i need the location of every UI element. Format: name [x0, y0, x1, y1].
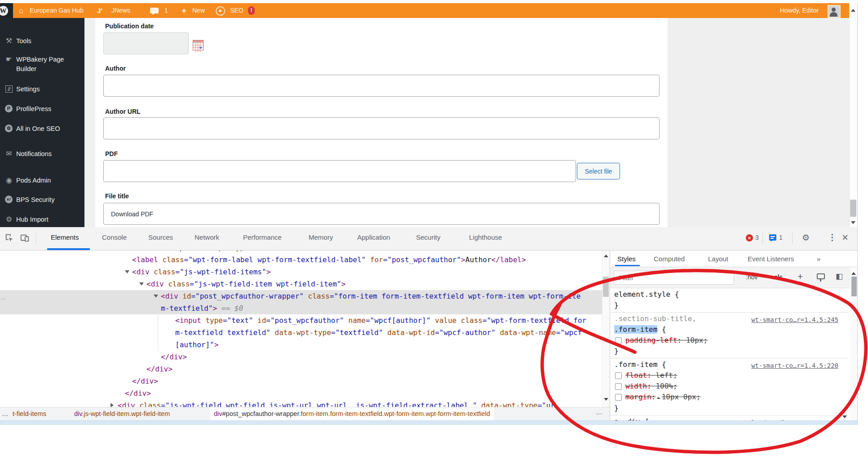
styles-tab-computed[interactable]: Computed [654, 255, 685, 263]
breadcrumb-overflow[interactable]: ⋯ [596, 407, 603, 420]
devtools-tab-lighthouse[interactable]: Lighthouse [469, 233, 502, 241]
stylesheet-source-link[interactable]: wt-smart-co…r=1.4.5:220 [751, 360, 838, 371]
errors-icon[interactable]: × [746, 234, 753, 241]
styles-scrollbar-thumb[interactable] [851, 277, 857, 296]
property-checkbox[interactable] [615, 372, 622, 379]
calendar-icon[interactable] [193, 40, 204, 50]
dom-node[interactable]: [author]"> [0, 339, 602, 351]
dom-node[interactable]: <label class="wpt-form-label wpt-form-te… [0, 254, 602, 266]
scroll-down-icon[interactable] [842, 416, 847, 420]
dom-tree[interactable]: "p" data-wpt-type="textfield"><label cla… [0, 250, 602, 407]
paint-roller-icon[interactable] [817, 273, 825, 279]
scroll-down-icon[interactable] [851, 221, 855, 226]
inspect-element-icon[interactable] [4, 233, 14, 243]
expand-arrow-down-icon[interactable] [125, 270, 129, 276]
shorthand-expand-icon[interactable]: ▸ [655, 394, 661, 401]
dom-node[interactable]: <div class="js-wpt-field-item wpt-field-… [0, 278, 602, 290]
dom-node[interactable]: <div class="js-wpt-field wpt-field js-wp… [0, 399, 602, 407]
sidebar-item-all-in-one-seo[interactable]: ⚙All in One SEO [0, 124, 84, 134]
sidebar-item-hub-import[interactable]: ⚙Hub Import [0, 215, 84, 224]
styles-tab-styles[interactable]: Styles [617, 255, 636, 263]
new-style-rule-button[interactable]: + [797, 271, 803, 282]
property-checkbox[interactable] [615, 383, 622, 390]
dom-node[interactable]: </div> [0, 351, 602, 363]
dom-node[interactable]: </div> [0, 387, 602, 399]
sidebar-item-profilepress[interactable]: PProfilePress [0, 104, 84, 114]
adminbar-howdy[interactable]: Howdy, Editor [780, 3, 819, 18]
devtools-tab-application[interactable]: Application [357, 233, 390, 241]
dom-node[interactable]: <div class="js-wpt-field-items"> [0, 266, 602, 278]
expand-arrow-down-icon[interactable] [139, 282, 144, 288]
more-options-icon[interactable]: ⋮ [828, 232, 837, 242]
breadcrumb-overflow[interactable]: … [2, 407, 9, 420]
styles-filter-input[interactable] [614, 271, 734, 285]
styles-tab-event-listeners[interactable]: Event Listeners [748, 255, 794, 263]
sidebar-item-bps-security[interactable]: ATBPS Security [0, 195, 84, 205]
issues-icon[interactable] [769, 234, 776, 241]
issues-count[interactable]: 1 [779, 234, 783, 241]
adminbar-jnews[interactable]: JNews [111, 3, 130, 18]
css-rule[interactable]: .section-sub-title,.form-item {padding-l… [610, 313, 848, 358]
dom-node[interactable]: "p" data-wpt-type="textfield"> [0, 250, 602, 254]
elements-scrollbar[interactable] [602, 250, 610, 407]
elements-scrollbar-thumb[interactable] [603, 277, 609, 297]
avatar[interactable] [828, 5, 841, 18]
wp-logo-button[interactable]: W [0, 3, 13, 18]
comments-bubble-icon[interactable] [150, 8, 159, 13]
dom-node[interactable]: m-textfield textfield" data-wpt-type="te… [0, 326, 602, 339]
sidebar-item-settings[interactable]: ⇵Settings [0, 85, 84, 94]
devtools-tab-performance[interactable]: Performance [243, 233, 282, 241]
breadcrumb-item[interactable]: div.js-wpt-field-item.wpt-field-item [74, 407, 170, 420]
devtools-tab-memory[interactable]: Memory [309, 233, 333, 241]
devtools-tab-sources[interactable]: Sources [148, 233, 173, 241]
publication-date-input[interactable] [103, 32, 189, 54]
sidebar-item-tools[interactable]: ⚒Tools [0, 36, 84, 46]
sidebar-item-notifications[interactable]: ✉Notifications [0, 149, 84, 159]
dom-node[interactable]: </div> [0, 363, 602, 375]
adminbar-seo[interactable]: SEO [230, 3, 244, 18]
adminbar-comments-count[interactable]: 1 [164, 3, 168, 18]
devtools-tab-network[interactable]: Network [195, 233, 219, 241]
styles-tab-»[interactable]: » [817, 255, 820, 263]
page-scrollbar-thumb[interactable] [850, 200, 856, 217]
css-rules-list[interactable]: element.style {}.section-sub-title,.form… [610, 288, 848, 422]
scroll-down-icon[interactable] [604, 398, 608, 403]
styles-tab-layout[interactable]: Layout [708, 255, 728, 263]
breadcrumb-item-selected[interactable]: div#post_wpcfauthor-wrapper.form-item.fo… [210, 407, 494, 420]
dom-node[interactable]: <input type="text" id="post_wpcfauthor" … [0, 314, 602, 326]
css-rule[interactable]: element.style {} [610, 288, 848, 313]
adminbar-site-name[interactable]: European Gas Hub [30, 3, 84, 18]
scroll-up-icon[interactable] [604, 252, 608, 257]
devtools-tab-console[interactable]: Console [102, 233, 127, 241]
dom-node[interactable]: </div> [0, 375, 602, 387]
author-input[interactable] [103, 75, 660, 97]
toggle-hover-button[interactable]: :hov [746, 273, 757, 281]
errors-count[interactable]: 3 [755, 234, 759, 241]
dom-node-selected[interactable]: <div id="post_wpcfauthor-wrapper" class=… [0, 290, 602, 302]
stylesheet-source-link[interactable]: wt-smart-co…r=1.4.5:245 [751, 314, 838, 325]
device-toolbar-icon[interactable] [20, 233, 30, 243]
select-file-button[interactable]: Select file [577, 163, 620, 179]
property-checkbox[interactable] [615, 394, 622, 401]
toggle-class-button[interactable]: .cls [772, 273, 783, 281]
page-scrollbar[interactable] [849, 3, 858, 227]
dock-side-icon[interactable]: ◧ [836, 272, 843, 281]
expand-arrow-right-icon[interactable] [111, 403, 116, 407]
author-url-input[interactable] [103, 117, 660, 139]
breadcrumb-item[interactable]: t-field-items [13, 407, 46, 420]
expand-arrow-down-icon[interactable] [154, 295, 158, 300]
scroll-up-icon[interactable] [851, 270, 856, 275]
file-title-input[interactable] [103, 203, 660, 225]
pdf-input[interactable] [103, 160, 576, 182]
devtools-tab-elements[interactable]: Elements [51, 233, 79, 241]
property-checkbox[interactable] [615, 337, 622, 344]
sidebar-item-pods-admin[interactable]: ◉Pods Admin [0, 176, 84, 185]
close-icon[interactable]: × [842, 231, 848, 244]
dom-node-selected[interactable]: m-textfield"> == $0 [0, 302, 602, 314]
devtools-tab-security[interactable]: Security [416, 233, 440, 241]
settings-gear-icon[interactable]: ⚙ [802, 232, 810, 243]
adminbar-new[interactable]: New [192, 3, 205, 18]
css-rule[interactable]: .form-item {float: left;width: 100%;marg… [610, 358, 848, 416]
scroll-up-icon[interactable] [851, 7, 855, 12]
sidebar-item-wpbakery-page-builder[interactable]: ☛WPBakery Page Builder [0, 55, 84, 74]
